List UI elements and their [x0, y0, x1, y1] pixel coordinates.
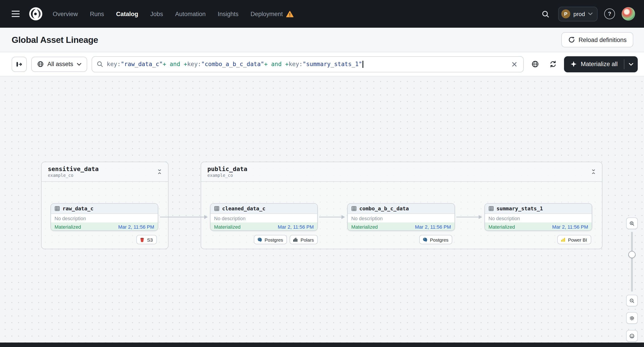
nav-item-runs[interactable]: Runs [90, 10, 104, 17]
status-badge: Materialized [488, 224, 515, 229]
asset-node-combo-a-b-c-data[interactable]: combo_a_b_c_data No description Material… [347, 203, 455, 231]
zoom-slider-track[interactable] [631, 232, 633, 292]
postgres-icon [422, 237, 428, 242]
dagster-logo[interactable] [28, 6, 44, 22]
kind-tag-postgres[interactable]: Postgres [419, 235, 452, 244]
table-icon [351, 206, 357, 211]
search-icon [96, 61, 103, 67]
kind-tag-polars[interactable]: Polars [290, 235, 318, 244]
help-button[interactable]: ? [604, 8, 615, 19]
asset-status-row: Materialized Mar 2, 11:56 PM [485, 222, 592, 231]
asset-status-row: Materialized Mar 2, 11:56 PM [51, 222, 158, 231]
asset-tags-cleaned-data-c: Postgres Polars [254, 235, 318, 244]
lineage-toolbar: All assets key:"raw_data_c"+ and +key:"c… [0, 52, 644, 76]
query-token: "raw_data_c" [121, 61, 163, 67]
materialize-options-button[interactable] [624, 56, 638, 72]
open-left-panel-button[interactable] [12, 56, 27, 72]
window-bottom-bar [0, 343, 644, 347]
reload-icon [568, 36, 575, 43]
nav-item-label: Jobs [150, 10, 163, 17]
nav-item-label: Overview [53, 10, 78, 17]
smiley-icon [629, 333, 634, 339]
nav-item-overview[interactable]: Overview [53, 10, 78, 17]
nav-item-jobs[interactable]: Jobs [150, 10, 163, 17]
query-token: "summary_stats_1" [302, 61, 362, 67]
materialize-all-button[interactable]: Materialize all [564, 56, 624, 72]
group-header: public_data example_co [201, 162, 602, 182]
asset-name: cleaned_data_c [222, 205, 266, 212]
asset-description: No description [210, 214, 317, 222]
asset-node-summary-stats-1[interactable]: summary_stats_1 No description Materiali… [484, 203, 592, 231]
query-token: key: [107, 61, 121, 67]
nav-item-catalog[interactable]: Catalog [116, 10, 138, 17]
nav-item-automation[interactable]: Automation [175, 10, 206, 17]
query-token: + and + [264, 61, 289, 67]
table-icon [54, 206, 60, 211]
chevron-down-icon [588, 12, 592, 15]
primary-nav: Overview Runs Catalog Jobs Automation In… [53, 10, 294, 17]
collapse-group-button[interactable] [588, 167, 598, 176]
postgres-icon [257, 237, 262, 242]
clear-query-button[interactable] [510, 60, 519, 68]
page-title: Global Asset Lineage [12, 35, 98, 45]
asset-node-raw-data-c[interactable]: raw_data_c No description Materialized M… [50, 203, 158, 231]
asset-node-cleaned-data-c[interactable]: cleaned_data_c No description Materializ… [210, 203, 318, 231]
user-avatar[interactable] [622, 7, 635, 20]
lineage-canvas[interactable]: sensitive_data example_co public_data ex… [0, 76, 644, 343]
asset-name: combo_a_b_c_data [359, 205, 409, 212]
tag-label: Polars [300, 237, 314, 242]
asset-description: No description [485, 214, 592, 222]
deployment-name: prod [574, 10, 585, 17]
hamburger-menu-button[interactable] [8, 6, 23, 21]
tag-label: Postgres [430, 237, 448, 242]
kind-tag-postgres[interactable]: Postgres [254, 235, 287, 244]
group-title: public_data [207, 165, 597, 173]
sparkle-icon [570, 61, 577, 67]
polars-icon [293, 237, 298, 242]
globe-icon [532, 60, 539, 68]
asset-description: No description [348, 214, 454, 222]
query-token: key: [187, 61, 201, 67]
nav-item-insights[interactable]: Insights [218, 10, 238, 17]
chevron-down-icon [77, 63, 81, 65]
chevron-down-icon [629, 63, 633, 65]
asset-filter-label: All assets [47, 61, 73, 67]
zoom-out-button[interactable] [626, 295, 638, 306]
deployment-switcher[interactable]: P prod [558, 6, 598, 21]
collapse-icon [591, 169, 596, 174]
globe-icon [37, 61, 44, 67]
asset-tags-summary-stats-1: Power BI [557, 235, 591, 244]
status-badge: Materialized [214, 224, 241, 229]
s3-icon [140, 237, 145, 242]
search-button[interactable] [540, 8, 552, 20]
zoom-slider-handle[interactable] [628, 251, 636, 258]
powerbi-icon [560, 237, 566, 242]
materialize-all-split-button: Materialize all [564, 56, 638, 72]
kind-tag-s3[interactable]: S3 [136, 235, 157, 244]
materialization-timestamp[interactable]: Mar 2, 11:56 PM [415, 224, 451, 229]
refresh-button[interactable] [546, 57, 560, 71]
materialization-timestamp[interactable]: Mar 2, 11:56 PM [552, 224, 588, 229]
graph-settings-button[interactable] [626, 312, 638, 324]
asset-selection-input[interactable]: key:"raw_data_c"+ and +key:"combo_a_b_c_… [92, 56, 524, 72]
deployment-badge: P [561, 9, 570, 18]
asset-filter-dropdown[interactable]: All assets [31, 56, 87, 72]
graph-view-globe-button[interactable] [528, 57, 542, 71]
collapse-group-button[interactable] [155, 167, 164, 176]
zoom-out-icon [629, 297, 634, 304]
asset-tags-combo-a-b-c-data: Postgres [419, 235, 452, 244]
asset-node-header: raw_data_c [51, 204, 158, 214]
tag-label: Postgres [264, 237, 283, 242]
zoom-in-button[interactable] [626, 218, 638, 229]
zoom-in-icon [629, 220, 634, 227]
nav-item-deployment[interactable]: Deployment [250, 10, 294, 17]
asset-tags-raw-data-c: S3 [136, 235, 157, 244]
reload-definitions-button[interactable]: Reload definitions [561, 32, 633, 47]
kind-tag-powerbi[interactable]: Power BI [557, 235, 591, 244]
materialization-timestamp[interactable]: Mar 2, 11:56 PM [278, 224, 314, 229]
status-badge: Materialized [54, 224, 81, 229]
materialization-timestamp[interactable]: Mar 2, 11:56 PM [118, 224, 154, 229]
group-subtitle: example_co [207, 173, 597, 178]
group-header: sensitive_data example_co [42, 162, 168, 182]
feedback-button[interactable] [626, 330, 638, 342]
